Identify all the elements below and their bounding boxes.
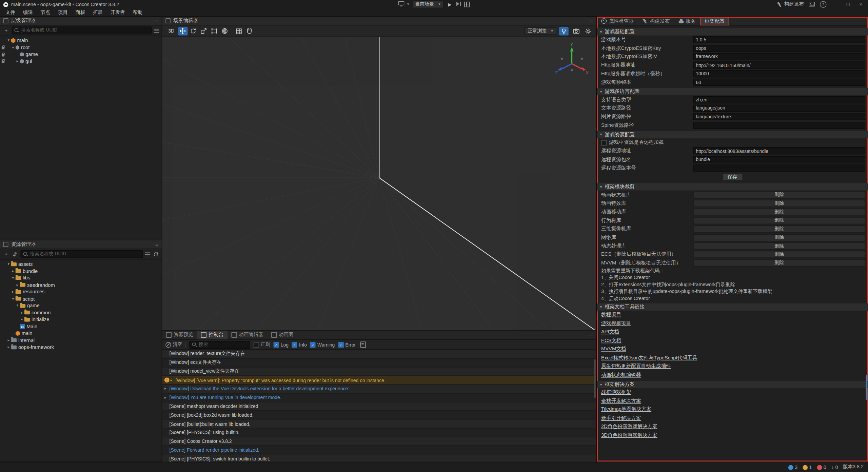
inspector-tab-构建发布[interactable]: 构建发布 [638, 17, 674, 25]
chevron-down-icon[interactable]: ▾ [15, 303, 20, 308]
filter-error[interactable]: Error [338, 342, 356, 347]
mode-3d-button[interactable]: 3D [165, 28, 177, 34]
rotate-tool-button[interactable] [189, 27, 198, 35]
close-button[interactable]: × [857, 2, 865, 7]
clear-console-button[interactable]: 清空 [165, 341, 182, 348]
step-button[interactable] [456, 1, 461, 8]
property-input[interactable]: bundle [693, 156, 865, 163]
assets-search-input[interactable]: 搜索名称或 UUID [20, 250, 143, 258]
status-download[interactable]: ↓ 0 [831, 465, 838, 470]
chevron-right-icon[interactable]: ▸ [19, 311, 24, 315]
delete-button[interactable]: 删除 [693, 259, 865, 267]
inspector-tab-框架配置[interactable]: 框架配置 [700, 17, 729, 25]
doc-link[interactable]: Tiledmap地图解决方案 [601, 406, 651, 413]
checkbox[interactable] [601, 140, 607, 145]
expand-arrow-icon[interactable]: ▸ [164, 387, 170, 391]
hierarchy-node-game[interactable]: game [0, 51, 162, 58]
filter-log[interactable]: Log [274, 342, 289, 347]
hierarchy-node-gui[interactable]: ▸gui [0, 58, 162, 65]
console-tab-控制台[interactable]: 控制台 [197, 331, 228, 339]
log-row[interactable]: [Window] ecs文件夹存在 [162, 359, 596, 368]
log-row[interactable]: [Scene] meshopt wasm decoder initialized [162, 402, 596, 411]
export-log-icon[interactable] [360, 341, 366, 348]
asset-node-script[interactable]: ▾script [0, 295, 162, 302]
doc-link[interactable]: 原生包热更新配置自动生成插件 [601, 363, 671, 370]
delete-button[interactable]: 删除 [693, 191, 865, 198]
property-input[interactable]: 60 [693, 79, 865, 86]
section-header-游戏基础配置[interactable]: ▾游戏基础配置 [597, 28, 868, 35]
chevron-right-icon[interactable]: ▸ [6, 345, 11, 350]
log-row[interactable]: [Scene] [PHYSICS]: using builtin. [162, 428, 596, 437]
chevron-right-icon[interactable]: ▸ [15, 59, 20, 63]
layout-icon[interactable] [809, 1, 815, 7]
log-row[interactable]: [Scene] [box2d]:box2d wasm lib loaded. [162, 411, 596, 420]
asset-node-initialize[interactable]: ▸initialize [0, 316, 162, 323]
delete-button[interactable]: 删除 [693, 209, 865, 216]
scene-settings-gear-icon[interactable] [584, 27, 593, 35]
scene-viewport[interactable]: Y X Z [162, 37, 596, 330]
property-input[interactable]: 1.0.5 [693, 36, 865, 43]
camera-settings-button[interactable] [571, 27, 581, 35]
hierarchy-filter-icon[interactable] [154, 28, 159, 32]
asset-node-seedrandom[interactable]: ▸seedrandom [0, 281, 162, 288]
delete-button[interactable]: 删除 [693, 225, 865, 233]
hierarchy-node-main[interactable]: ▾main [0, 37, 162, 44]
assets-filter-icon[interactable] [145, 252, 150, 256]
menu-item-项目[interactable]: 项目 [54, 9, 72, 16]
section-header-游戏多语言配置[interactable]: ▾游戏多语言配置 [597, 88, 868, 95]
move-tool-button[interactable] [178, 27, 188, 35]
preview-target-caret-icon[interactable]: ▾ [407, 2, 409, 7]
asset-node-assets[interactable]: ▾assets [0, 261, 162, 268]
hierarchy-menu-icon[interactable]: ≡ [155, 18, 158, 23]
chevron-down-icon[interactable]: ▾ [6, 38, 11, 43]
delete-button[interactable]: 删除 [693, 242, 865, 250]
assets-menu-icon[interactable]: ≡ [155, 242, 158, 247]
frame-debug-icon[interactable] [464, 2, 470, 7]
asset-node-Main[interactable]: TSMain [0, 323, 162, 330]
log-row[interactable]: [Window] render_texture文件夹存在 [162, 350, 596, 359]
chevron-down-icon[interactable]: ▾ [11, 297, 16, 301]
menu-item-开发者[interactable]: 开发者 [106, 9, 129, 16]
doc-link[interactable]: 3D角色扮演游戏解决方案 [601, 432, 657, 439]
inspector-tab-服务[interactable]: 服务 [674, 17, 701, 25]
doc-link[interactable]: 教程项目 [601, 311, 621, 318]
log-row[interactable]: !▸[Window] [Vue warn]: Property "onInput… [162, 376, 596, 385]
orientation-gizmo[interactable]: Y X Z [554, 41, 589, 77]
log-row[interactable]: [Scene] Cocos Creator v3.8.2 [162, 437, 596, 446]
delete-button[interactable]: 删除 [693, 234, 865, 241]
property-input[interactable]: zh,en [693, 96, 865, 103]
doc-link[interactable]: MVVM文档 [601, 346, 626, 353]
chevron-right-icon[interactable]: ▸ [15, 283, 20, 287]
doc-link[interactable]: 战棋游戏框架 [601, 389, 631, 396]
console-tab-动画编辑器[interactable]: 动画编辑器 [227, 331, 267, 339]
property-input[interactable]: http://localhost:8083/assets/bundle [693, 148, 865, 155]
doc-link[interactable]: API文档 [601, 329, 619, 336]
asset-node-bundle[interactable]: ▸bundle [0, 268, 162, 274]
sort-assets-icon[interactable] [12, 251, 18, 258]
scale-tool-button[interactable] [199, 27, 209, 35]
property-input[interactable]: framework [693, 53, 865, 60]
property-input[interactable] [693, 122, 865, 129]
property-input[interactable]: oops [693, 45, 865, 52]
hierarchy-search-input[interactable]: 搜索名称或 UUID [12, 26, 152, 34]
log-row[interactable]: ▸[Window] You are running Vue in develop… [162, 394, 596, 402]
asset-node-oops-framework[interactable]: ▸oops-framework [0, 344, 162, 351]
doc-link[interactable]: 新手引导解决方案 [601, 414, 641, 421]
preview-target-icon[interactable] [398, 1, 405, 8]
help-icon[interactable]: ? [820, 1, 827, 8]
status-info[interactable]: 3 [788, 465, 798, 470]
menu-item-节点[interactable]: 节点 [37, 9, 54, 16]
inspector-tab-属性检查器[interactable]: 属性检查器 [597, 17, 638, 25]
save-button[interactable]: 保存 [722, 174, 743, 181]
asset-node-common[interactable]: ▸common [0, 309, 162, 316]
delete-button[interactable]: 删除 [693, 200, 865, 207]
property-input[interactable]: http://192.168.0.150/main/ [693, 62, 865, 69]
console-scrollbar[interactable] [594, 359, 596, 398]
menu-item-文件[interactable]: 文件 [2, 9, 19, 16]
section-header-框架解决方案[interactable]: ▾框架解决方案 [597, 381, 868, 388]
build-publish-button[interactable]: 构建发布 [777, 1, 804, 8]
console-tab-动画图[interactable]: 动画图 [267, 331, 297, 339]
chevron-down-icon[interactable]: ▾ [11, 276, 16, 280]
section-header-框架文档工具链接[interactable]: ▾框架文档工具链接 [597, 303, 868, 311]
property-input[interactable] [693, 164, 865, 172]
